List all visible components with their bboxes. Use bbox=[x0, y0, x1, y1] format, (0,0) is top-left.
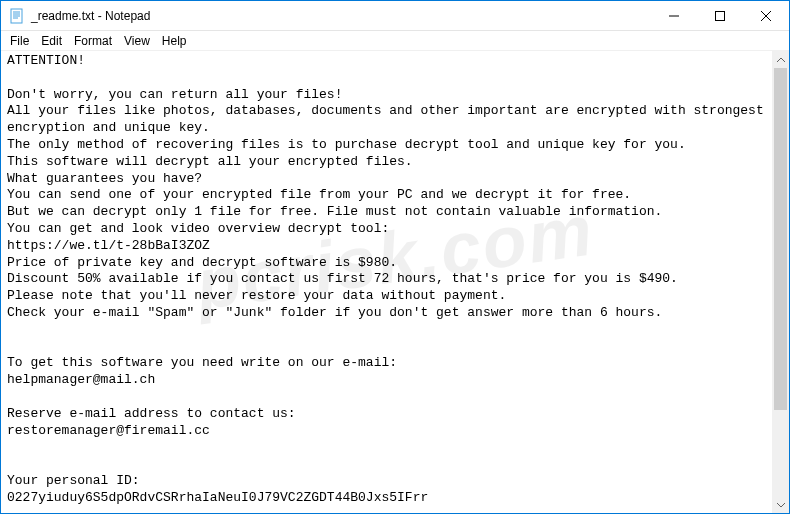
scroll-track[interactable] bbox=[772, 68, 789, 496]
titlebar: _readme.txt - Notepad bbox=[1, 1, 789, 31]
menu-help[interactable]: Help bbox=[157, 33, 192, 49]
menubar: File Edit Format View Help bbox=[1, 31, 789, 51]
menu-edit[interactable]: Edit bbox=[36, 33, 67, 49]
maximize-button[interactable] bbox=[697, 1, 743, 31]
vertical-scrollbar[interactable] bbox=[772, 51, 789, 513]
text-content[interactable]: ATTENTION! Don't worry, you can return a… bbox=[1, 51, 772, 513]
scroll-thumb[interactable] bbox=[774, 68, 787, 410]
menu-format[interactable]: Format bbox=[69, 33, 117, 49]
scroll-up-icon[interactable] bbox=[772, 51, 789, 68]
editor-area: ATTENTION! Don't worry, you can return a… bbox=[1, 51, 789, 513]
notepad-window: _readme.txt - Notepad File Edit Format V… bbox=[0, 0, 790, 514]
minimize-button[interactable] bbox=[651, 1, 697, 31]
scroll-down-icon[interactable] bbox=[772, 496, 789, 513]
menu-view[interactable]: View bbox=[119, 33, 155, 49]
menu-file[interactable]: File bbox=[5, 33, 34, 49]
close-button[interactable] bbox=[743, 1, 789, 31]
svg-rect-6 bbox=[716, 11, 725, 20]
notepad-icon bbox=[9, 8, 25, 24]
window-title: _readme.txt - Notepad bbox=[31, 9, 150, 23]
